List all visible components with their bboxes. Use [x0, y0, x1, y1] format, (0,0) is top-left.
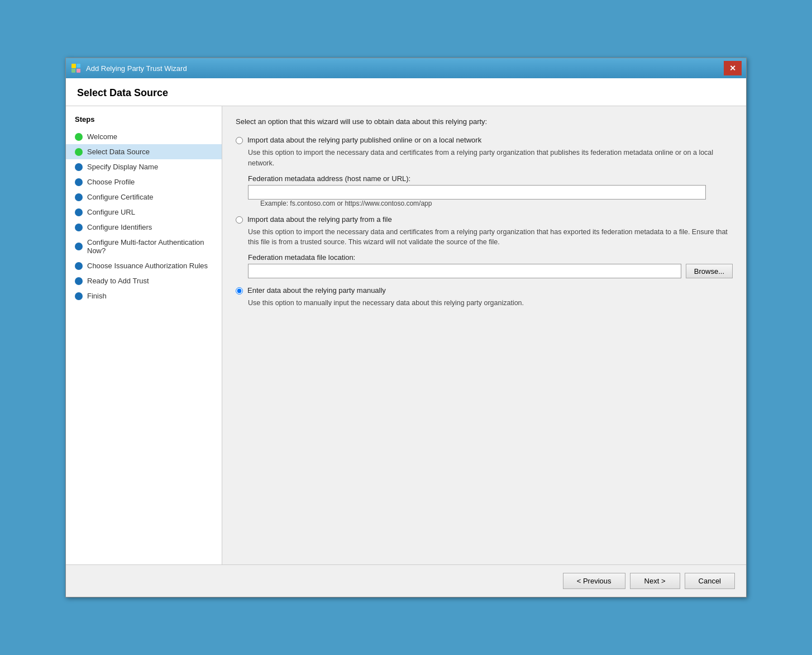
dot-welcome: [75, 133, 83, 141]
dot-configure-certificate: [75, 193, 83, 201]
steps-label: Steps: [66, 115, 222, 129]
sidebar-item-configure-url[interactable]: Configure URL: [66, 205, 222, 220]
field-label-online: Federation metadata address (host name o…: [248, 174, 733, 183]
intro-text: Select an option that this wizard will u…: [236, 117, 733, 126]
dot-specify-display-name: [75, 163, 83, 171]
app-icon: [70, 63, 82, 74]
dot-choose-issuance: [75, 262, 83, 270]
sidebar-label-configure-url: Configure URL: [87, 208, 135, 216]
footer: < Previous Next > Cancel: [66, 564, 746, 597]
page-header: Select Data Source: [66, 78, 746, 106]
field-group-online: Federation metadata address (host name o…: [248, 174, 733, 207]
field-group-file: Federation metadata file location: Brows…: [248, 253, 733, 278]
radio-file[interactable]: [236, 216, 243, 224]
sidebar-item-specify-display-name[interactable]: Specify Display Name: [66, 159, 222, 174]
radio-manual[interactable]: [236, 287, 243, 295]
option-manual-row: Enter data about the relying party manua…: [236, 286, 733, 295]
page-title: Select Data Source: [77, 87, 735, 99]
svg-rect-3: [77, 69, 80, 73]
federation-metadata-file-input[interactable]: [248, 264, 681, 278]
radio-online[interactable]: [236, 137, 243, 144]
dot-configure-identifiers: [75, 224, 83, 231]
dot-configure-url: [75, 208, 83, 216]
cancel-button[interactable]: Cancel: [685, 573, 735, 589]
main-content: Select an option that this wizard will u…: [222, 106, 746, 564]
sidebar-label-configure-identifiers: Configure Identifiers: [87, 223, 152, 231]
option-manual-block: Enter data about the relying party manua…: [236, 286, 733, 308]
dot-select-data-source: [75, 148, 83, 156]
wizard-window: Add Relying Party Trust Wizard ✕ Select …: [65, 58, 747, 597]
option-online-desc: Use this option to import the necessary …: [248, 148, 733, 169]
next-button[interactable]: Next >: [630, 573, 680, 589]
sidebar-item-choose-issuance[interactable]: Choose Issuance Authorization Rules: [66, 258, 222, 273]
browse-button[interactable]: Browse...: [686, 264, 733, 278]
federation-metadata-url-input[interactable]: [248, 185, 706, 200]
sidebar-label-ready-to-add: Ready to Add Trust: [87, 277, 149, 285]
sidebar-label-choose-profile: Choose Profile: [87, 178, 135, 186]
sidebar-item-select-data-source[interactable]: Select Data Source: [66, 144, 222, 159]
svg-rect-2: [71, 69, 75, 73]
option-online-row: Import data about the relying party publ…: [236, 136, 733, 144]
example-text-online: Example: fs.contoso.com or https://www.c…: [260, 200, 733, 207]
sidebar-label-welcome: Welcome: [87, 132, 117, 141]
window-title: Add Relying Party Trust Wizard: [86, 64, 187, 73]
svg-rect-0: [71, 64, 76, 68]
option-file-block: Import data about the relying party from…: [236, 215, 733, 279]
sidebar-item-ready-to-add[interactable]: Ready to Add Trust: [66, 273, 222, 288]
sidebar-item-welcome[interactable]: Welcome: [66, 129, 222, 144]
svg-rect-1: [77, 64, 80, 68]
field-input-file: Browse...: [248, 264, 733, 278]
sidebar-item-configure-mfa[interactable]: Configure Multi-factor Authentication No…: [66, 235, 222, 258]
dot-ready-to-add: [75, 277, 83, 285]
option-manual-desc: Use this option to manually input the ne…: [248, 298, 733, 308]
sidebar-item-configure-certificate[interactable]: Configure Certificate: [66, 189, 222, 205]
option-manual-label[interactable]: Enter data about the relying party manua…: [247, 286, 386, 295]
dot-choose-profile: [75, 178, 83, 186]
option-file-label[interactable]: Import data about the relying party from…: [247, 215, 392, 224]
sidebar-item-configure-identifiers[interactable]: Configure Identifiers: [66, 220, 222, 235]
option-online-label[interactable]: Import data about the relying party publ…: [247, 136, 481, 144]
sidebar-label-select-data-source: Select Data Source: [87, 148, 150, 156]
option-file-row: Import data about the relying party from…: [236, 215, 733, 224]
sidebar: Steps Welcome Select Data Source Specify…: [66, 106, 222, 564]
field-label-file: Federation metadata file location:: [248, 253, 733, 262]
sidebar-label-finish: Finish: [87, 292, 107, 300]
sidebar-item-choose-profile[interactable]: Choose Profile: [66, 174, 222, 189]
option-file-desc: Use this option to import the necessary …: [248, 227, 733, 248]
sidebar-label-configure-mfa: Configure Multi-factor Authentication No…: [87, 238, 213, 255]
previous-button[interactable]: < Previous: [563, 573, 625, 589]
option-online-block: Import data about the relying party publ…: [236, 136, 733, 207]
sidebar-label-specify-display-name: Specify Display Name: [87, 163, 158, 171]
close-button[interactable]: ✕: [724, 61, 742, 75]
dot-finish: [75, 292, 83, 300]
sidebar-label-configure-certificate: Configure Certificate: [87, 193, 154, 201]
sidebar-label-choose-issuance: Choose Issuance Authorization Rules: [87, 262, 208, 270]
field-input-online: [248, 185, 733, 200]
titlebar-left: Add Relying Party Trust Wizard: [70, 63, 187, 74]
sidebar-item-finish[interactable]: Finish: [66, 288, 222, 303]
content-area: Steps Welcome Select Data Source Specify…: [66, 106, 746, 564]
titlebar: Add Relying Party Trust Wizard ✕: [66, 58, 746, 78]
dot-configure-mfa: [75, 243, 83, 250]
